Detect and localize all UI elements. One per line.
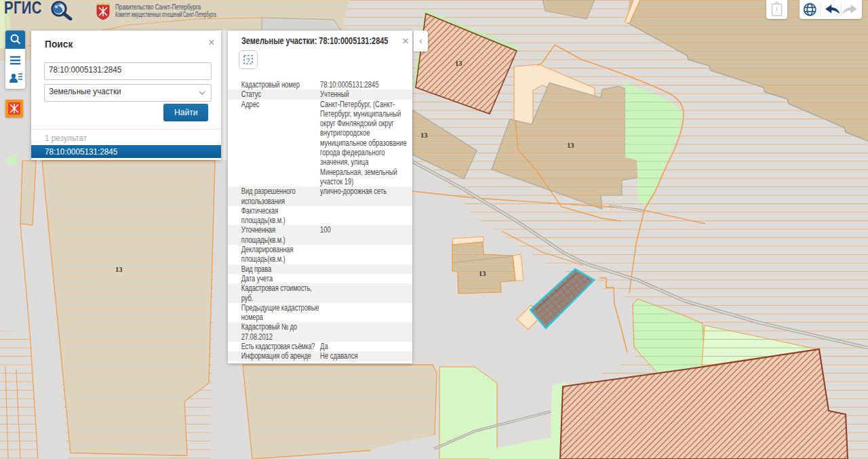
svg-text:13: 13	[455, 60, 462, 67]
svg-text:13: 13	[567, 142, 574, 149]
svg-text:?: ?	[246, 57, 250, 64]
svg-text:13: 13	[420, 132, 428, 139]
svg-text:13: 13	[115, 266, 123, 273]
svg-text:13: 13	[479, 270, 486, 277]
